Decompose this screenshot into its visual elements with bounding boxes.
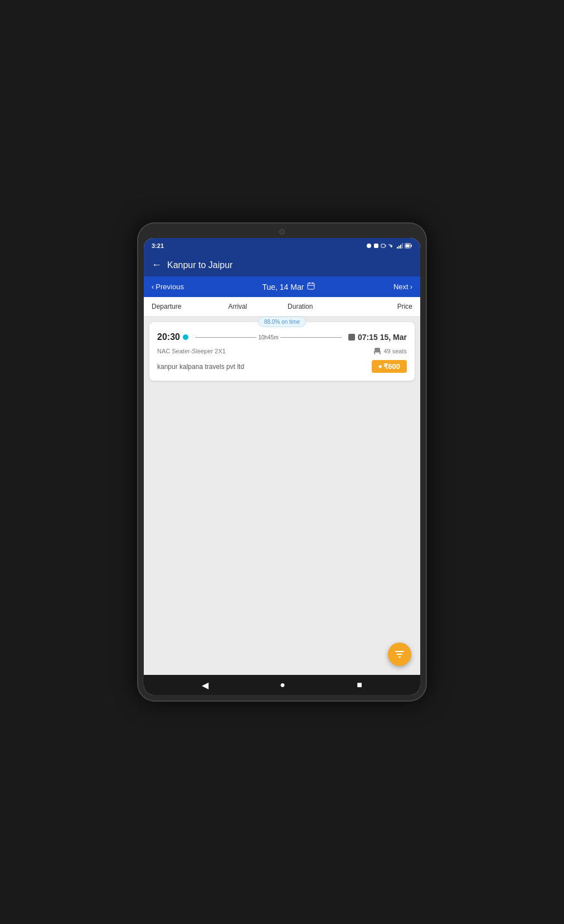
svg-rect-9: [411, 245, 412, 247]
bus-type: NAC Seater-Sleeper 2X1: [157, 348, 226, 354]
svg-rect-18: [380, 353, 381, 354]
svg-rect-16: [374, 351, 381, 353]
notification-icon: [366, 243, 372, 249]
card-third-row: kanpur kalpana travels pvt ltd ◆ ₹600: [149, 356, 415, 373]
on-time-badge: 88.0% on time: [258, 317, 306, 327]
page-title: Kanpur to Jaipur: [167, 260, 232, 270]
svg-rect-13: [313, 283, 314, 284]
arrival-icon: [348, 334, 355, 341]
wifi-icon: [388, 243, 395, 249]
svg-rect-3: [385, 245, 386, 246]
seats-count: 49 seats: [383, 348, 407, 354]
seats-info: 49 seats: [373, 348, 407, 354]
departure-dot-icon: [183, 334, 188, 340]
column-headers: Departure Arrival Duration Price: [144, 297, 420, 317]
status-time: 3:21: [152, 242, 164, 249]
signal-icon: [396, 243, 403, 249]
chevron-right-icon: ›: [410, 283, 412, 291]
col-arrival: Arrival: [209, 303, 266, 310]
battery-saver-icon: [381, 243, 386, 249]
next-date-button[interactable]: Next ›: [393, 283, 412, 291]
price-badge[interactable]: ◆ ₹600: [372, 360, 407, 373]
back-button[interactable]: ←: [152, 259, 162, 271]
back-nav-button[interactable]: ◀: [202, 680, 208, 690]
status-icons: [366, 243, 412, 249]
battery-icon: [405, 243, 412, 249]
seat-icon: [373, 348, 381, 354]
home-nav-button[interactable]: ●: [280, 680, 285, 690]
bottom-nav: ◀ ● ■: [144, 675, 420, 695]
svg-rect-6: [400, 245, 401, 249]
filter-icon: [394, 649, 405, 660]
calendar-svg: [307, 282, 315, 290]
departure-time: 20:30: [157, 332, 188, 342]
departure-time-text: 20:30: [157, 332, 180, 342]
duration-line: 10h45m: [195, 334, 342, 341]
svg-rect-5: [398, 246, 400, 249]
front-camera: [279, 229, 285, 235]
date-nav: ‹ Previous Tue, 14 Mar Next ›: [144, 276, 420, 297]
current-date: Tue, 14 Mar: [262, 282, 315, 291]
card-second-row: NAC Seater-Sleeper 2X1 49 seats: [149, 347, 415, 356]
status-bar: 3:21: [144, 238, 420, 254]
operator-name: kanpur kalpana travels pvt ltd: [157, 363, 244, 371]
recent-nav-button[interactable]: ■: [357, 680, 362, 690]
device-frame: 3:21: [137, 222, 427, 702]
calendar-icon[interactable]: [307, 282, 315, 291]
svg-rect-10: [406, 245, 410, 247]
top-nav: ← Kanpur to Jaipur: [144, 254, 420, 276]
svg-point-0: [367, 244, 371, 248]
arrival-info: 07:15 15, Mar: [348, 333, 407, 342]
col-departure: Departure: [152, 303, 209, 310]
device-screen: 3:21: [144, 238, 420, 695]
price-diamond-icon: ◆: [378, 364, 382, 369]
svg-rect-2: [381, 244, 385, 247]
svg-rect-15: [375, 348, 380, 352]
svg-rect-11: [308, 283, 314, 289]
previous-label: Previous: [155, 283, 184, 291]
svg-rect-1: [374, 244, 378, 248]
arrival-time: 07:15 15, Mar: [358, 333, 407, 342]
svg-rect-7: [402, 243, 403, 249]
svg-rect-17: [374, 353, 375, 354]
col-duration: Duration: [266, 303, 334, 310]
svg-rect-4: [397, 247, 398, 249]
filter-fab-button[interactable]: [388, 643, 411, 666]
col-price: Price: [334, 303, 412, 310]
content-area: 88.0% on time 20:30 10h45m 07:15 15, Mar: [144, 317, 420, 675]
date-label: Tue, 14 Mar: [262, 283, 304, 291]
previous-date-button[interactable]: ‹ Previous: [152, 283, 184, 291]
sync-icon: [373, 243, 379, 249]
next-label: Next: [393, 283, 409, 291]
chevron-left-icon: ‹: [152, 283, 154, 291]
svg-rect-12: [309, 283, 310, 284]
bus-card[interactable]: 88.0% on time 20:30 10h45m 07:15 15, Mar: [149, 322, 415, 381]
duration-text: 10h45m: [256, 334, 280, 341]
price-value: ₹600: [383, 362, 400, 371]
